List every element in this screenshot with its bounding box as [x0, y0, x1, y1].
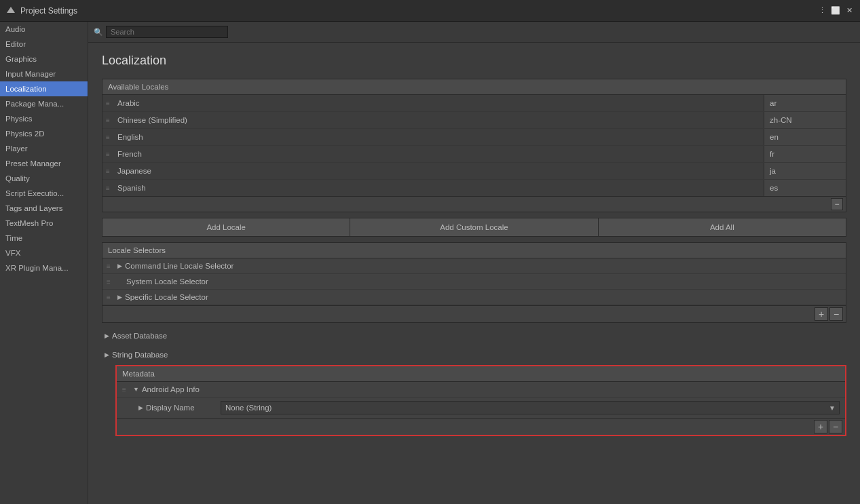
sidebar-item-tags-and-layers[interactable]: Tags and Layers	[0, 201, 88, 216]
sidebar-item-physics[interactable]: Physics	[0, 111, 88, 126]
sidebar-item-localization[interactable]: Localization	[0, 81, 88, 96]
search-bar: 🔍	[88, 22, 860, 43]
minimize-button[interactable]: ⬜	[830, 5, 841, 16]
title-bar-controls: ⋮ ⬜ ✕	[817, 5, 855, 16]
locale-row: ≡ French fr	[102, 146, 846, 163]
string-database-header[interactable]: ▶ String Database	[102, 347, 846, 362]
selector-drag-handle: ≡	[107, 263, 117, 270]
locale-code: zh-CN	[764, 112, 846, 128]
metadata-panel: Metadata ≡ ▼ Android App Info ▶ Display …	[115, 365, 846, 436]
metadata-minus-button[interactable]: −	[829, 420, 842, 433]
sidebar-item-textmesh-pro[interactable]: TextMesh Pro	[0, 216, 88, 231]
selector-name: Specific Locale Selector	[125, 293, 842, 301]
asset-database-label: Asset Database	[112, 332, 167, 340]
sidebar-item-vfx[interactable]: VFX	[0, 246, 88, 260]
locale-scroll-controls: −	[102, 196, 846, 212]
sidebar-item-script-execution[interactable]: Script Executio...	[0, 186, 88, 201]
locale-actions-row: Add Locale Add Custom Locale Add All	[102, 218, 846, 237]
sidebar: AudioEditorGraphicsInput ManagerLocaliza…	[0, 22, 88, 504]
locale-name: Spanish	[113, 180, 764, 196]
locale-row: ≡ English en	[102, 129, 846, 146]
locale-drag-handle: ≡	[102, 100, 113, 107]
add-all-button[interactable]: Add All	[599, 218, 846, 237]
string-database-section: ▶ String Database Metadata ≡ ▼ Android A…	[102, 347, 846, 436]
add-custom-locale-button[interactable]: Add Custom Locale	[350, 218, 598, 237]
content-area: 🔍 Localization Available Locales ≡ Arabi…	[88, 22, 860, 504]
android-app-info-label: Android App Info	[142, 385, 223, 393]
available-locales-header: Available Locales	[102, 79, 846, 95]
display-name-select[interactable]: None (String)Option 1Option 2	[221, 401, 840, 414]
locale-minus-button[interactable]: −	[831, 198, 843, 210]
selector-minus-button[interactable]: −	[829, 307, 843, 321]
sidebar-item-graphics[interactable]: Graphics	[0, 52, 88, 66]
display-name-row: ▶ Display Name None (String)Option 1Opti…	[117, 398, 845, 418]
selector-drag-handle: ≡	[107, 278, 117, 286]
title-bar: Project Settings ⋮ ⬜ ✕	[0, 0, 860, 22]
sidebar-item-player[interactable]: Player	[0, 141, 88, 156]
selector-arrow-icon: ▶	[117, 263, 122, 269]
android-app-info-arrow-icon: ▼	[133, 386, 139, 393]
android-app-info-row: ≡ ▼ Android App Info	[117, 382, 845, 398]
locale-row: ≡ Arabic ar	[102, 95, 846, 112]
add-locale-button[interactable]: Add Locale	[102, 218, 350, 237]
locale-row: ≡ Spanish es	[102, 180, 846, 196]
metadata-plus-button[interactable]: +	[814, 420, 827, 433]
locale-row: ≡ Japanese ja	[102, 163, 846, 180]
page-content: Localization Available Locales ≡ Arabic …	[88, 43, 860, 451]
locale-drag-handle: ≡	[102, 185, 113, 192]
selector-row: ≡ System Locale Selector	[102, 274, 846, 290]
unity-icon	[5, 5, 16, 16]
asset-db-arrow-icon: ▶	[105, 332, 109, 339]
selector-row: ≡ ▶ Command Line Locale Selector	[102, 258, 846, 274]
title-bar-title: Project Settings	[20, 6, 77, 16]
sidebar-item-time[interactable]: Time	[0, 231, 88, 246]
locale-drag-handle: ≡	[102, 151, 113, 158]
sidebar-item-editor[interactable]: Editor	[0, 37, 88, 52]
locale-name: Japanese	[113, 163, 764, 179]
locale-selectors-list: ≡ ▶ Command Line Locale Selector ≡ Syste…	[102, 258, 846, 305]
locale-name: English	[113, 129, 764, 145]
locale-drag-handle: ≡	[102, 117, 113, 124]
selector-row: ≡ ▶ Specific Locale Selector	[102, 290, 846, 305]
selector-name: System Locale Selector	[126, 277, 842, 286]
locale-code: ja	[764, 163, 846, 179]
locale-code: es	[764, 180, 846, 196]
search-input[interactable]	[106, 26, 228, 38]
locale-list: ≡ Arabic ar ≡ Chinese (Simplified) zh-CN…	[102, 95, 846, 196]
selector-arrow-icon: ▶	[117, 294, 122, 301]
main-layout: AudioEditorGraphicsInput ManagerLocaliza…	[0, 22, 860, 504]
sidebar-item-package-manager[interactable]: Package Mana...	[0, 96, 88, 111]
display-name-label: Display Name	[146, 404, 221, 412]
locale-drag-handle: ≡	[102, 168, 113, 175]
search-icon: 🔍	[94, 28, 103, 37]
svg-marker-0	[7, 7, 15, 13]
locale-drag-handle: ≡	[102, 134, 113, 141]
locale-code: en	[764, 129, 846, 145]
locale-code: ar	[764, 95, 846, 111]
sidebar-item-quality[interactable]: Quality	[0, 171, 88, 186]
locale-name: Arabic	[113, 95, 764, 111]
close-button[interactable]: ✕	[844, 5, 855, 16]
locale-name: French	[113, 146, 764, 162]
sidebar-item-preset-manager[interactable]: Preset Manager	[0, 156, 88, 171]
sidebar-item-xr-plugin[interactable]: XR Plugin Mana...	[0, 260, 88, 275]
locale-selectors-header: Locale Selectors	[102, 243, 846, 258]
locale-code: fr	[764, 146, 846, 162]
asset-database-header[interactable]: ▶ Asset Database	[102, 328, 846, 343]
metadata-controls: + −	[117, 418, 845, 435]
selector-drag-handle: ≡	[107, 294, 117, 301]
sidebar-item-physics-2d[interactable]: Physics 2D	[0, 126, 88, 141]
sidebar-item-audio[interactable]: Audio	[0, 22, 88, 37]
locale-row: ≡ Chinese (Simplified) zh-CN	[102, 112, 846, 129]
page-title: Localization	[102, 54, 846, 68]
asset-database-section: ▶ Asset Database	[102, 328, 846, 343]
selector-plus-button[interactable]: +	[815, 307, 828, 321]
sidebar-item-input-manager[interactable]: Input Manager	[0, 66, 88, 81]
display-name-dropdown-wrapper: None (String)Option 1Option 2 ▼	[221, 401, 840, 414]
locale-name: Chinese (Simplified)	[113, 112, 764, 128]
selector-controls: + −	[102, 305, 846, 322]
more-options-button[interactable]: ⋮	[817, 5, 827, 16]
locale-selectors-panel: Locale Selectors ≡ ▶ Command Line Locale…	[102, 242, 846, 323]
available-locales-panel: Available Locales ≡ Arabic ar ≡ Chinese …	[102, 79, 846, 212]
string-database-label: String Database	[112, 351, 168, 359]
